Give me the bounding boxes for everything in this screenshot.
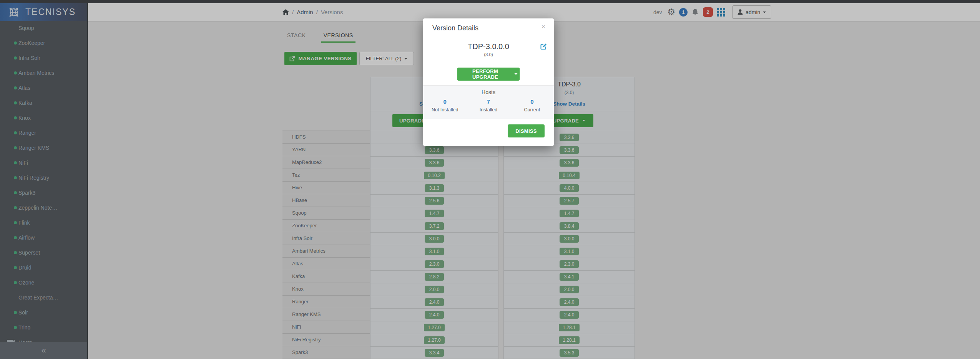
perform-upgrade-button[interactable]: PERFORM UPGRADE: [457, 68, 520, 81]
hosts-section-title: Hosts: [423, 89, 554, 95]
modal-version-name: TDP-3.0.0.0: [423, 42, 554, 51]
stat-label: Not Installed: [423, 107, 467, 112]
hosts-stats: 0 Not Installed 7 Installed 0 Current: [423, 98, 554, 112]
chevron-down-icon: [515, 73, 518, 75]
stat-value[interactable]: 0: [423, 98, 467, 105]
stat-label: Current: [510, 107, 554, 112]
dismiss-label: DISMISS: [515, 128, 537, 134]
stat-label: Installed: [467, 107, 510, 112]
modal-hosts-section: Hosts 0 Not Installed 7 Installed 0 Curr…: [423, 85, 554, 119]
dismiss-button[interactable]: DISMISS: [508, 124, 545, 137]
stat-value[interactable]: 7: [467, 98, 510, 105]
stat-current: 0 Current: [510, 98, 554, 112]
stat-installed: 7 Installed: [467, 98, 510, 112]
app-window: TECNISYS SqoopZooKeeperInfra SolrAmbari …: [0, 0, 980, 359]
modal-version-build: (3.0): [423, 52, 554, 57]
perform-upgrade-label: PERFORM UPGRADE: [460, 68, 511, 80]
close-icon[interactable]: ×: [541, 23, 545, 30]
version-details-modal: Version Details × TDP-3.0.0.0 (3.0) PERF…: [423, 18, 554, 146]
modal-title: Version Details: [432, 24, 478, 32]
edit-icon[interactable]: [540, 43, 547, 50]
stat-value[interactable]: 0: [510, 98, 554, 105]
stat-not-installed: 0 Not Installed: [423, 98, 467, 112]
